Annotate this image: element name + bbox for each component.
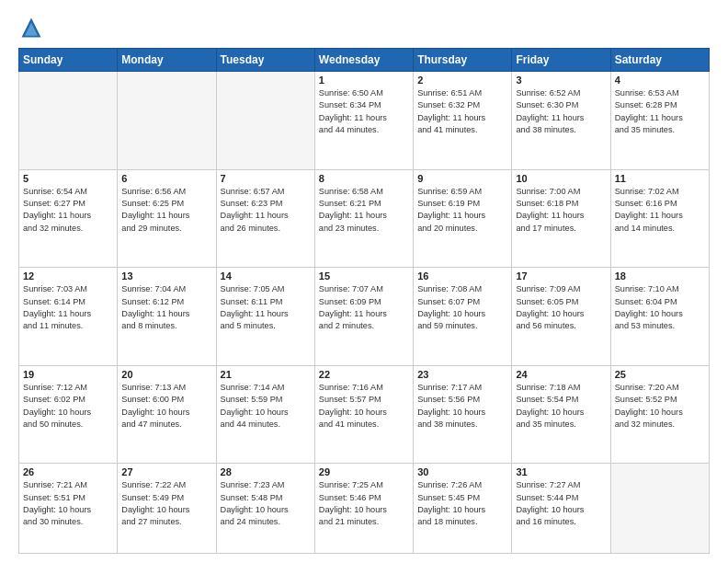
day-number: 20	[121, 369, 211, 380]
day-info: Sunrise: 7:08 AM Sunset: 6:07 PM Dayligh…	[417, 283, 507, 332]
day-number: 6	[121, 173, 211, 184]
weekday-header-tuesday: Tuesday	[216, 49, 314, 72]
day-info: Sunrise: 6:50 AM Sunset: 6:34 PM Dayligh…	[319, 87, 409, 136]
day-info: Sunrise: 7:00 AM Sunset: 6:18 PM Dayligh…	[516, 186, 606, 235]
day-number: 21	[221, 369, 311, 380]
day-number: 17	[516, 270, 606, 282]
day-number: 16	[417, 270, 507, 282]
weekday-header-row: SundayMondayTuesdayWednesdayThursdayFrid…	[19, 49, 710, 72]
day-info: Sunrise: 7:10 AM Sunset: 6:04 PM Dayligh…	[615, 283, 705, 332]
weekday-header-monday: Monday	[118, 49, 216, 72]
day-info: Sunrise: 7:05 AM Sunset: 6:11 PM Dayligh…	[221, 283, 311, 332]
day-info: Sunrise: 7:17 AM Sunset: 5:56 PM Dayligh…	[417, 382, 507, 431]
day-number: 24	[516, 369, 606, 380]
calendar-cell: 31Sunrise: 7:27 AM Sunset: 5:44 PM Dayli…	[512, 464, 610, 554]
calendar-week-2: 5Sunrise: 6:54 AM Sunset: 6:27 PM Daylig…	[19, 169, 710, 268]
weekday-header-friday: Friday	[512, 49, 610, 72]
calendar-cell: 21Sunrise: 7:14 AM Sunset: 5:59 PM Dayli…	[216, 365, 314, 464]
day-info: Sunrise: 6:51 AM Sunset: 6:32 PM Dayligh…	[417, 87, 507, 136]
day-info: Sunrise: 7:25 AM Sunset: 5:46 PM Dayligh…	[319, 479, 409, 528]
calendar-cell: 22Sunrise: 7:16 AM Sunset: 5:57 PM Dayli…	[314, 365, 413, 464]
day-number: 30	[417, 466, 507, 477]
day-info: Sunrise: 6:52 AM Sunset: 6:30 PM Dayligh…	[516, 87, 606, 136]
day-info: Sunrise: 6:54 AM Sunset: 6:27 PM Dayligh…	[23, 186, 113, 235]
day-info: Sunrise: 6:57 AM Sunset: 6:23 PM Dayligh…	[221, 186, 311, 235]
calendar-cell	[118, 72, 216, 170]
day-info: Sunrise: 7:20 AM Sunset: 5:52 PM Dayligh…	[615, 382, 705, 431]
weekday-header-saturday: Saturday	[610, 49, 709, 72]
day-number: 29	[319, 466, 409, 477]
day-number: 14	[221, 270, 311, 282]
day-info: Sunrise: 7:23 AM Sunset: 5:48 PM Dayligh…	[221, 479, 311, 528]
calendar-cell: 12Sunrise: 7:03 AM Sunset: 6:14 PM Dayli…	[19, 268, 118, 366]
page: SundayMondayTuesdayWednesdayThursdayFrid…	[0, 0, 728, 563]
weekday-header-thursday: Thursday	[414, 49, 512, 72]
calendar-cell: 26Sunrise: 7:21 AM Sunset: 5:51 PM Dayli…	[19, 464, 118, 554]
calendar-week-3: 12Sunrise: 7:03 AM Sunset: 6:14 PM Dayli…	[19, 268, 710, 366]
calendar-week-1: 1Sunrise: 6:50 AM Sunset: 6:34 PM Daylig…	[19, 72, 710, 170]
day-info: Sunrise: 6:53 AM Sunset: 6:28 PM Dayligh…	[615, 87, 705, 136]
weekday-header-sunday: Sunday	[19, 49, 118, 72]
calendar-cell: 18Sunrise: 7:10 AM Sunset: 6:04 PM Dayli…	[610, 268, 709, 366]
day-info: Sunrise: 7:16 AM Sunset: 5:57 PM Dayligh…	[319, 382, 409, 431]
day-info: Sunrise: 7:09 AM Sunset: 6:05 PM Dayligh…	[516, 283, 606, 332]
day-info: Sunrise: 7:12 AM Sunset: 6:02 PM Dayligh…	[23, 382, 113, 431]
day-number: 27	[121, 466, 211, 477]
day-number: 11	[615, 173, 705, 184]
calendar-cell: 27Sunrise: 7:22 AM Sunset: 5:49 PM Dayli…	[118, 464, 216, 554]
day-info: Sunrise: 6:59 AM Sunset: 6:19 PM Dayligh…	[417, 186, 507, 235]
day-info: Sunrise: 7:22 AM Sunset: 5:49 PM Dayligh…	[121, 479, 211, 528]
day-number: 18	[615, 270, 705, 282]
day-info: Sunrise: 7:07 AM Sunset: 6:09 PM Dayligh…	[319, 283, 409, 332]
day-number: 28	[221, 466, 311, 477]
day-info: Sunrise: 7:14 AM Sunset: 5:59 PM Dayligh…	[221, 382, 311, 431]
day-number: 9	[417, 173, 507, 184]
calendar-cell: 17Sunrise: 7:09 AM Sunset: 6:05 PM Dayli…	[512, 268, 610, 366]
logo-icon	[18, 15, 44, 40]
header	[18, 15, 710, 40]
day-info: Sunrise: 7:03 AM Sunset: 6:14 PM Dayligh…	[23, 283, 113, 332]
day-info: Sunrise: 7:21 AM Sunset: 5:51 PM Dayligh…	[23, 479, 113, 528]
calendar-cell	[610, 464, 709, 554]
calendar-table: SundayMondayTuesdayWednesdayThursdayFrid…	[18, 48, 710, 554]
calendar-cell: 28Sunrise: 7:23 AM Sunset: 5:48 PM Dayli…	[216, 464, 314, 554]
calendar-cell	[216, 72, 314, 170]
calendar-cell: 29Sunrise: 7:25 AM Sunset: 5:46 PM Dayli…	[314, 464, 413, 554]
logo	[18, 15, 48, 40]
calendar-cell: 10Sunrise: 7:00 AM Sunset: 6:18 PM Dayli…	[512, 169, 610, 268]
calendar-cell: 23Sunrise: 7:17 AM Sunset: 5:56 PM Dayli…	[414, 365, 512, 464]
day-number: 4	[615, 75, 705, 86]
day-number: 1	[319, 75, 409, 86]
calendar-cell: 11Sunrise: 7:02 AM Sunset: 6:16 PM Dayli…	[610, 169, 709, 268]
calendar-cell: 24Sunrise: 7:18 AM Sunset: 5:54 PM Dayli…	[512, 365, 610, 464]
day-number: 7	[221, 173, 311, 184]
day-number: 22	[319, 369, 409, 380]
calendar-cell: 9Sunrise: 6:59 AM Sunset: 6:19 PM Daylig…	[414, 169, 512, 268]
calendar-cell: 6Sunrise: 6:56 AM Sunset: 6:25 PM Daylig…	[118, 169, 216, 268]
day-number: 10	[516, 173, 606, 184]
calendar-cell: 8Sunrise: 6:58 AM Sunset: 6:21 PM Daylig…	[314, 169, 413, 268]
calendar-cell: 15Sunrise: 7:07 AM Sunset: 6:09 PM Dayli…	[314, 268, 413, 366]
calendar-cell: 16Sunrise: 7:08 AM Sunset: 6:07 PM Dayli…	[414, 268, 512, 366]
day-number: 31	[516, 466, 606, 477]
day-info: Sunrise: 6:58 AM Sunset: 6:21 PM Dayligh…	[319, 186, 409, 235]
day-info: Sunrise: 7:13 AM Sunset: 6:00 PM Dayligh…	[121, 382, 211, 431]
day-number: 23	[417, 369, 507, 380]
calendar-cell	[19, 72, 118, 170]
calendar-cell: 20Sunrise: 7:13 AM Sunset: 6:00 PM Dayli…	[118, 365, 216, 464]
calendar-cell: 5Sunrise: 6:54 AM Sunset: 6:27 PM Daylig…	[19, 169, 118, 268]
calendar-week-4: 19Sunrise: 7:12 AM Sunset: 6:02 PM Dayli…	[19, 365, 710, 464]
calendar-cell: 1Sunrise: 6:50 AM Sunset: 6:34 PM Daylig…	[314, 72, 413, 170]
calendar-cell: 4Sunrise: 6:53 AM Sunset: 6:28 PM Daylig…	[610, 72, 709, 170]
day-info: Sunrise: 7:26 AM Sunset: 5:45 PM Dayligh…	[417, 479, 507, 528]
day-number: 8	[319, 173, 409, 184]
day-number: 25	[615, 369, 705, 380]
day-number: 5	[23, 173, 113, 184]
day-number: 19	[23, 369, 113, 380]
calendar-cell: 25Sunrise: 7:20 AM Sunset: 5:52 PM Dayli…	[610, 365, 709, 464]
day-number: 26	[23, 466, 113, 477]
calendar-cell: 13Sunrise: 7:04 AM Sunset: 6:12 PM Dayli…	[118, 268, 216, 366]
day-number: 13	[121, 270, 211, 282]
calendar-cell: 3Sunrise: 6:52 AM Sunset: 6:30 PM Daylig…	[512, 72, 610, 170]
calendar-cell: 14Sunrise: 7:05 AM Sunset: 6:11 PM Dayli…	[216, 268, 314, 366]
